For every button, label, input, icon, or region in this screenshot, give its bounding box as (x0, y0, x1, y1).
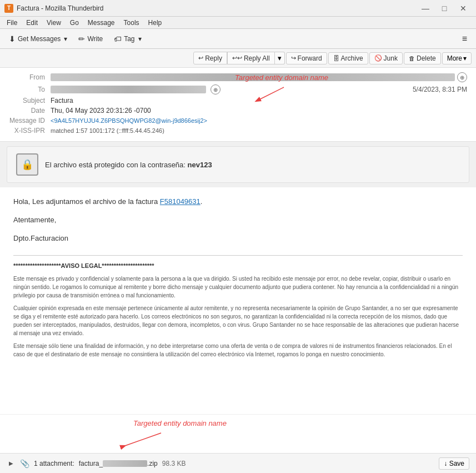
get-messages-button[interactable]: ⬇ Get Messages ▾ (4, 33, 72, 45)
subject-label: Subject (9, 97, 51, 104)
write-button[interactable]: ✏ Write (74, 33, 107, 45)
password-box: 🔒 El archivo está protegido con la contr… (7, 146, 469, 183)
x-iss-value: matched 1:57 1001:172 (::ffff:5.44.45.24… (51, 127, 467, 134)
app-icon: T (4, 4, 13, 13)
date-label: Date (9, 107, 51, 114)
download-icon: ⬇ (9, 34, 16, 43)
attachment-bar: ▶ 📎 1 attachment: factura_.zip 98.3 KB ↓… (0, 453, 476, 473)
reply-group: ↩ Reply ↩↩ Reply All ▾ (193, 52, 284, 64)
junk-button[interactable]: 🚫 Junk (369, 52, 403, 64)
reply-all-label: Reply All (244, 54, 270, 62)
junk-label: Junk (384, 54, 398, 62)
legal-title: ********************AVISO LEGAL*********… (13, 261, 463, 271)
archive-button[interactable]: 🗄 Archive (328, 52, 368, 64)
annotation-domain-label: Targeted entity domain name (235, 73, 328, 82)
forward-icon: ↪ (291, 54, 296, 62)
to-contact-icon[interactable]: ⊕ (211, 84, 221, 94)
menu-go[interactable]: Go (66, 18, 83, 28)
filename-prefix: factura_ (79, 460, 103, 467)
legal-p2: Cualquier opinión expresada en este mens… (13, 304, 463, 337)
menu-view[interactable]: View (42, 18, 66, 28)
to-label: To (9, 86, 51, 93)
legal-p3: Este mensaje sólo tiene una finalidad de… (13, 342, 463, 359)
tag-button[interactable]: 🏷 Tag ▾ (109, 33, 146, 45)
tag-label: Tag (124, 35, 134, 43)
attachment-expand-button[interactable]: ▶ (7, 459, 16, 467)
minimize-button[interactable]: — (417, 3, 434, 14)
svg-line-0 (256, 87, 284, 101)
menu-edit[interactable]: Edit (22, 18, 42, 28)
date-row: Date Thu, 04 May 2023 20:31:26 -0700 (9, 107, 467, 114)
greeting-period: . (201, 197, 203, 206)
attachment-file-icon: 📎 (20, 459, 29, 468)
body-closing: Atentamente, (13, 215, 463, 226)
reply-label: Reply (205, 54, 222, 62)
title-bar: T Factura - Mozilla Thunderbird — □ ✕ (0, 0, 476, 17)
from-contact-icon[interactable]: ⊕ (457, 72, 467, 82)
email-body: Hola, Les adjuntamos el archivo de la fa… (0, 187, 476, 414)
more-button[interactable]: More ▾ (442, 52, 472, 64)
to-value-blurred (51, 86, 206, 93)
bottom-annotation-label: Targeted entity domain name (133, 419, 227, 427)
reply-icon: ↩ (198, 54, 203, 62)
message-id-link[interactable]: <9A4L57HYUJU4.Z6PBSQHQWPG82@win-j9d866es… (51, 117, 207, 124)
window-title: Factura - Mozilla Thunderbird (17, 4, 104, 12)
delete-icon: 🗑 (409, 55, 415, 62)
x-iss-row: X-ISS-IPR matched 1:57 1001:172 (::ffff:… (9, 127, 467, 135)
subject-row: Subject Factura (9, 97, 467, 104)
body-dept: Dpto.Facturacion (13, 233, 463, 245)
archive-icon: 🗄 (333, 55, 339, 62)
get-messages-label: Get Messages (18, 35, 61, 43)
reply-button[interactable]: ↩ Reply (193, 52, 227, 64)
email-toolbar: ↩ Reply ↩↩ Reply All ▾ ↪ Forward 🗄 Archi… (0, 49, 476, 68)
lock-icon: 🔒 (16, 153, 38, 176)
reply-all-dropdown-button[interactable]: ▾ (275, 52, 285, 64)
save-attachment-button[interactable]: ↓ Save (439, 457, 469, 470)
legal-divider (13, 255, 463, 256)
menu-file[interactable]: File (2, 18, 22, 28)
svg-line-1 (125, 433, 161, 446)
password-value: nev123 (188, 161, 212, 169)
to-row-left: ⊕ (51, 84, 221, 94)
legal-p1: Este mensaje es privado y confidencial y… (13, 275, 463, 300)
email-header: From ⊕ To ⊕ 5/4/2023, 8:31 PM Targeted e… (0, 68, 476, 142)
more-label: More (447, 54, 462, 62)
forward-label: Forward (298, 54, 322, 62)
invoice-number-link[interactable]: F581049631 (160, 197, 201, 206)
archive-label: Archive (341, 54, 363, 62)
message-id-row: Message ID <9A4L57HYUJU4.Z6PBSQHQWPG82@w… (9, 117, 467, 125)
tag-icon: 🏷 (114, 34, 122, 43)
message-id-label: Message ID (9, 117, 51, 125)
title-bar-left: T Factura - Mozilla Thunderbird (4, 4, 104, 13)
title-bar-controls: — □ ✕ (417, 3, 472, 14)
more-dropdown-icon: ▾ (463, 54, 467, 62)
write-icon: ✏ (78, 34, 85, 43)
date-value: Thu, 04 May 2023 20:31:26 -0700 (51, 107, 467, 114)
maximize-button[interactable]: □ (436, 3, 453, 14)
hamburger-menu-button[interactable]: ≡ (458, 32, 472, 46)
attachment-filename: factura_.zip (79, 460, 158, 467)
reply-all-icon: ↩↩ (232, 54, 242, 62)
tag-dropdown-icon[interactable]: ▾ (138, 35, 142, 43)
greeting-text-prefix: Hola, Les adjuntamos el archivo de la fa… (13, 197, 160, 206)
reply-all-button[interactable]: ↩↩ Reply All (227, 52, 275, 64)
password-prefix: El archivo está protegido con la contras… (45, 161, 186, 169)
filename-suffix: .zip (147, 460, 158, 467)
bottom-annotation-arrow-svg (117, 430, 172, 450)
annotation-arrow-svg (245, 84, 289, 107)
junk-icon: 🚫 (374, 54, 382, 62)
forward-button[interactable]: ↪ Forward (286, 52, 327, 64)
close-button[interactable]: ✕ (455, 3, 472, 14)
reply-all-group: ↩↩ Reply All ▾ (227, 52, 285, 64)
bottom-annotation-area: Targeted entity domain name (0, 414, 476, 453)
write-label: Write (87, 35, 103, 43)
x-iss-label: X-ISS-IPR (9, 127, 51, 135)
delete-label: Delete (417, 54, 436, 62)
from-label: From (9, 73, 51, 81)
menu-message[interactable]: Message (83, 18, 119, 28)
get-messages-dropdown-icon[interactable]: ▾ (64, 35, 67, 43)
lock-symbol: 🔒 (21, 158, 33, 171)
menu-help[interactable]: Help (144, 18, 167, 28)
menu-tools[interactable]: Tools (119, 18, 144, 28)
delete-button[interactable]: 🗑 Delete (404, 52, 441, 64)
